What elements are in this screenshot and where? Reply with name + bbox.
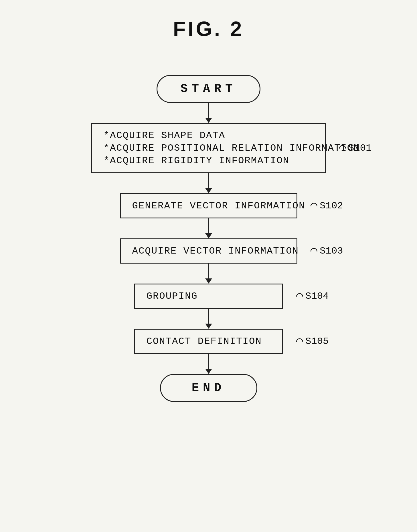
arrow-6 xyxy=(205,354,212,374)
page: FIG. 2 START *ACQUIRE SHAPE DATA *ACQUIR… xyxy=(0,0,417,532)
arrow-head-2 xyxy=(205,188,212,193)
s101-text: S101 xyxy=(348,143,372,154)
s105-line-1: CONTACT DEFINITION xyxy=(147,336,271,347)
s104-curve: ⌒ xyxy=(296,290,303,302)
s101-line-2: *ACQUIRE POSITIONAL RELATION INFORMATION xyxy=(104,143,314,154)
s101-label: ⌒ S101 xyxy=(339,142,372,154)
figure-title: FIG. 2 xyxy=(173,17,244,41)
s102-label: ⌒ S102 xyxy=(311,200,343,212)
step-s101: *ACQUIRE SHAPE DATA *ACQUIRE POSITIONAL … xyxy=(91,123,326,173)
flowchart: START *ACQUIRE SHAPE DATA *ACQUIRE POSIT… xyxy=(91,75,326,402)
arrow-head-6 xyxy=(205,369,212,374)
start-step: START xyxy=(157,75,260,103)
end-box: END xyxy=(160,374,257,402)
arrow-line-3 xyxy=(208,218,209,233)
arrow-2 xyxy=(205,173,212,193)
s105-text: S105 xyxy=(305,336,329,347)
s101-content: *ACQUIRE SHAPE DATA *ACQUIRE POSITIONAL … xyxy=(104,130,314,166)
end-step: END xyxy=(160,374,257,402)
s101-line-3: *ACQUIRE RIGIDITY INFORMATION xyxy=(104,155,314,166)
arrow-4 xyxy=(205,264,212,284)
step-s104: GROUPING ⌒ S104 xyxy=(134,284,283,309)
s101-curve: ⌒ xyxy=(339,142,346,154)
arrow-head-1 xyxy=(205,118,212,123)
s102-line-1: GENERATE VECTOR INFORMATION xyxy=(132,200,285,211)
arrow-line-2 xyxy=(208,173,209,188)
arrow-head-5 xyxy=(205,324,212,329)
s102-curve: ⌒ xyxy=(311,200,317,212)
s105-box: CONTACT DEFINITION xyxy=(134,329,283,354)
s103-text: S103 xyxy=(320,246,343,256)
arrow-line-4 xyxy=(208,264,209,278)
arrow-5 xyxy=(205,309,212,329)
s105-curve: ⌒ xyxy=(296,336,303,347)
s104-line-1: GROUPING xyxy=(147,291,271,302)
s103-label: ⌒ S103 xyxy=(311,245,343,257)
s102-text: S102 xyxy=(320,200,343,211)
step-s103: ACQUIRE VECTOR INFORMATION ⌒ S103 xyxy=(120,238,297,264)
s103-content: ACQUIRE VECTOR INFORMATION xyxy=(132,246,285,256)
arrow-1 xyxy=(205,103,212,123)
s105-content: CONTACT DEFINITION xyxy=(147,336,271,347)
s102-content: GENERATE VECTOR INFORMATION xyxy=(132,200,285,211)
s105-label: ⌒ S105 xyxy=(296,336,329,347)
s104-box: GROUPING xyxy=(134,284,283,309)
arrow-line-5 xyxy=(208,309,209,324)
s103-line-1: ACQUIRE VECTOR INFORMATION xyxy=(132,246,285,256)
s103-curve: ⌒ xyxy=(311,245,317,257)
s104-label: ⌒ S104 xyxy=(296,290,329,302)
arrow-head-3 xyxy=(205,233,212,238)
start-box: START xyxy=(157,75,260,103)
s101-line-1: *ACQUIRE SHAPE DATA xyxy=(104,130,314,141)
arrow-line-6 xyxy=(208,354,209,369)
arrow-3 xyxy=(205,218,212,238)
s104-text: S104 xyxy=(305,291,329,302)
arrow-head-4 xyxy=(205,278,212,284)
step-s102: GENERATE VECTOR INFORMATION ⌒ S102 xyxy=(120,193,297,218)
s102-box: GENERATE VECTOR INFORMATION xyxy=(120,193,297,218)
arrow-line-1 xyxy=(208,103,209,118)
step-s105: CONTACT DEFINITION ⌒ S105 xyxy=(134,329,283,354)
s103-box: ACQUIRE VECTOR INFORMATION xyxy=(120,238,297,264)
s101-box: *ACQUIRE SHAPE DATA *ACQUIRE POSITIONAL … xyxy=(91,123,326,173)
s104-content: GROUPING xyxy=(147,291,271,302)
